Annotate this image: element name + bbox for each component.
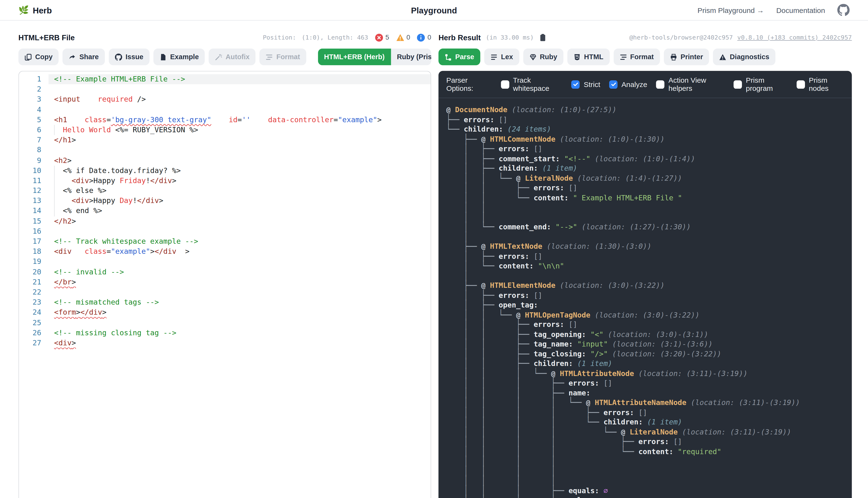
- code-line-23[interactable]: 23<!-- mismatched tags -->: [19, 298, 431, 307]
- button-format[interactable]: Format: [614, 49, 660, 65]
- code-line-26[interactable]: 26<!-- missing closing tag -->: [19, 328, 431, 338]
- button-printer[interactable]: Printer: [664, 49, 709, 65]
- code-line-7[interactable]: 7</h1>: [19, 135, 431, 145]
- copy-result-button[interactable]: [539, 33, 547, 42]
- line-number: 1: [19, 74, 49, 84]
- checkbox-strict-checked[interactable]: [571, 80, 580, 89]
- result-toolbar: ParseLexRubyHTMLFormatPrinterDiagnostics: [438, 49, 852, 65]
- button-autofix[interactable]: Autofix: [209, 49, 256, 65]
- checkbox-analyze-checked[interactable]: [609, 80, 618, 89]
- line-content: <% else %>: [49, 186, 431, 196]
- link-documentation[interactable]: Documentation: [776, 6, 825, 14]
- code-line-10[interactable]: 10 <% if Date.today.friday? %>: [19, 166, 431, 176]
- option-prism-program[interactable]: Prism program: [734, 76, 788, 93]
- code-line-2[interactable]: 2: [19, 84, 431, 94]
- tree-line: @ DocumentNode (location: (1:0)-(27:5)): [446, 105, 852, 115]
- code-line-13[interactable]: 13 <div>Happy Day!</div>: [19, 196, 431, 206]
- line-number: 26: [19, 328, 49, 338]
- option-strict[interactable]: Strict: [571, 80, 600, 89]
- code-line-11[interactable]: 11 <div>Happy Friday!</div>: [19, 176, 431, 186]
- code-line-16[interactable]: 16: [19, 226, 431, 237]
- wand-icon: [215, 53, 222, 61]
- option-analyze[interactable]: Analyze: [609, 80, 647, 89]
- parse-icon: [445, 53, 452, 61]
- code-line-15[interactable]: 15</h2>: [19, 216, 431, 226]
- option-track-whitespace[interactable]: Track whitespace: [501, 76, 563, 93]
- code-line-6[interactable]: 6 Hello World <%= RUBY_VERSION %>: [19, 125, 431, 135]
- checkbox-prism-nodes-unchecked[interactable]: [797, 80, 805, 89]
- button-format[interactable]: Format: [260, 49, 306, 65]
- line-content: <!-- Track whitespace example -->: [49, 237, 431, 247]
- line-number: 20: [19, 267, 49, 277]
- button-html[interactable]: HTML: [567, 49, 609, 65]
- code-editor[interactable]: 1<!-- Example HTML+ERB File -->23<input …: [18, 71, 431, 498]
- info-count: 0: [428, 34, 431, 41]
- button-example[interactable]: Example: [153, 49, 205, 65]
- button-parse[interactable]: Parse: [438, 49, 481, 65]
- code-line-3[interactable]: 3<input required />: [19, 94, 431, 104]
- line-number: 11: [19, 176, 49, 186]
- line-number: 25: [19, 318, 49, 328]
- code-line-27[interactable]: 27<div>: [19, 338, 431, 348]
- checkbox-action-view-helpers-unchecked[interactable]: [656, 80, 665, 89]
- header-nav: Prism Playground → Documentation: [698, 4, 850, 16]
- tree-line: │ ├── errors: []: [446, 144, 852, 154]
- position-value: (1:0), Length: 463: [302, 34, 368, 41]
- code-line-9[interactable]: 9<h2>: [19, 155, 431, 165]
- checkbox-track-whitespace-unchecked[interactable]: [501, 80, 509, 89]
- line-number: 9: [19, 155, 49, 165]
- checkbox-prism-program-unchecked[interactable]: [734, 80, 742, 89]
- info-count-badge: 0: [417, 33, 431, 42]
- button-lex[interactable]: Lex: [484, 49, 519, 65]
- code-line-18[interactable]: 18<div class="example"></div >: [19, 247, 431, 257]
- button-issue[interactable]: Issue: [109, 49, 149, 65]
- tree-line: │ └── content: "\n\n": [446, 261, 852, 271]
- line-content: <div>Happy Friday!</div>: [49, 176, 431, 186]
- github-icon[interactable]: [837, 4, 850, 16]
- brand-label: Herb: [33, 5, 52, 15]
- option-action-view-helpers[interactable]: Action View helpers: [656, 76, 725, 93]
- app: 🌿 Herb Playground Prism Playground → Doc…: [0, 0, 868, 498]
- button-share[interactable]: Share: [63, 49, 105, 65]
- code-line-8[interactable]: 8: [19, 145, 431, 155]
- button-ruby[interactable]: Ruby: [523, 49, 563, 65]
- position-label: Position:: [263, 34, 296, 41]
- button-diagnostics[interactable]: Diagnostics: [713, 49, 776, 65]
- indent-guide: [54, 166, 55, 176]
- button-ruby-prism[interactable]: Ruby (Prism): [391, 49, 431, 65]
- line-content: </h1>: [49, 135, 431, 145]
- line-content: Hello World <%= RUBY_VERSION %>: [49, 125, 431, 135]
- brand[interactable]: 🌿 Herb: [18, 5, 52, 15]
- tree-line: │: [446, 271, 852, 280]
- warning-count: 0: [406, 34, 410, 41]
- code-line-25[interactable]: 25: [19, 318, 431, 328]
- code-line-22[interactable]: 22: [19, 287, 431, 298]
- code-line-12[interactable]: 12 <% else %>: [19, 186, 431, 196]
- tree-line: │ │ └── content: " Example HTML+ERB File…: [446, 193, 852, 202]
- version-link[interactable]: v0.8.10 (+183 commits) 2402c957: [737, 34, 852, 41]
- code-line-4[interactable]: 4: [19, 105, 431, 115]
- button-copy[interactable]: Copy: [18, 49, 59, 65]
- button-label: Diagnostics: [730, 53, 769, 61]
- code-line-19[interactable]: 19: [19, 257, 431, 267]
- line-content: [49, 318, 431, 328]
- code-line-14[interactable]: 14 <% end %>: [19, 206, 431, 216]
- code-line-1[interactable]: 1<!-- Example HTML+ERB File -->: [19, 74, 431, 84]
- code-line-21[interactable]: 21</br>: [19, 277, 431, 287]
- code-line-5[interactable]: 5<h1 class='bg-gray-300 text-gray" id=''…: [19, 115, 431, 125]
- tree-line: ├── @ HTMLTextNode (location: (1:30)-(3:…: [446, 241, 852, 251]
- code-line-24[interactable]: 24<form></div>: [19, 307, 431, 317]
- code-line-17[interactable]: 17<!-- Track whitespace example -->: [19, 237, 431, 247]
- tree-line: │ │ │ └── value: ∅: [446, 495, 852, 498]
- tree-line: ├── errors: []: [446, 115, 852, 124]
- line-number: 23: [19, 298, 49, 307]
- ast-tree[interactable]: @ DocumentNode (location: (1:0)-(27:5))├…: [438, 98, 852, 498]
- button-label: Format: [276, 53, 300, 61]
- button-html-erb-herb[interactable]: HTML+ERB (Herb): [318, 49, 391, 65]
- line-number: 18: [19, 247, 49, 257]
- tree-line: ├── @ HTMLCommentNode (location: (1:0)-(…: [446, 134, 852, 144]
- option-prism-nodes[interactable]: Prism nodes: [797, 76, 844, 93]
- link-prism-playground[interactable]: Prism Playground →: [698, 6, 764, 14]
- code-line-20[interactable]: 20<!-- invalid -->: [19, 267, 431, 277]
- line-content: [49, 287, 431, 298]
